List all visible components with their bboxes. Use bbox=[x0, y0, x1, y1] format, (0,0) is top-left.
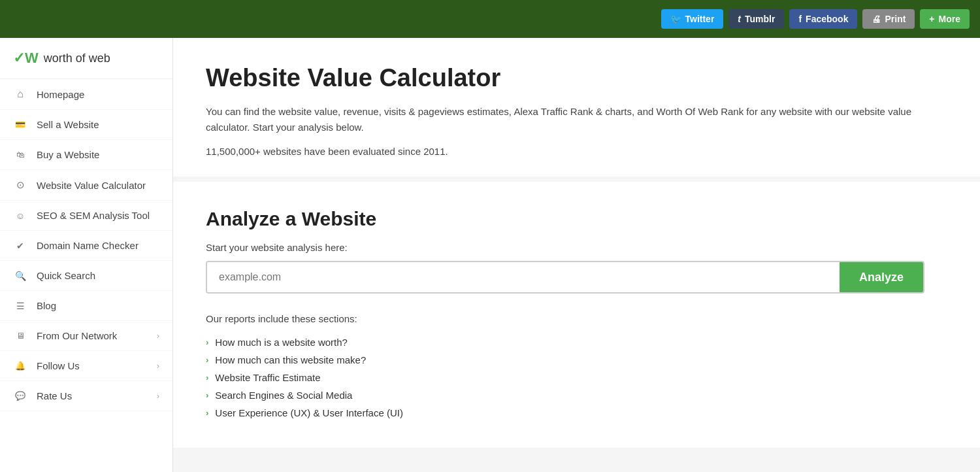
chevron-right-icon: › bbox=[157, 331, 159, 341]
tumblr-button[interactable]: t Tumblr bbox=[728, 9, 784, 29]
plus-icon: + bbox=[929, 14, 934, 24]
sidebar-item-buy-website[interactable]: 🛍 Buy a Website bbox=[0, 140, 172, 170]
analyze-button[interactable]: Analyze bbox=[840, 262, 923, 292]
sidebar-item-quick-search[interactable]: 🔍 Quick Search bbox=[0, 261, 172, 291]
print-button[interactable]: 🖨 Print bbox=[862, 9, 915, 29]
sidebar-item-website-value[interactable]: ⊙ Website Value Calculator bbox=[0, 170, 172, 201]
main-content: Website Value Calculator You can find th… bbox=[173, 38, 980, 472]
chevron-right-icon: › bbox=[206, 355, 208, 365]
tumblr-icon: t bbox=[738, 14, 741, 24]
sidebar-item-label: Quick Search bbox=[37, 270, 159, 281]
rate-icon: 💬 bbox=[13, 391, 27, 401]
sidebar-item-label: Website Value Calculator bbox=[37, 180, 159, 191]
network-icon: 🖥 bbox=[13, 331, 27, 341]
print-icon: 🖨 bbox=[872, 14, 881, 24]
sidebar-item-domain-checker[interactable]: ✔ Domain Name Checker bbox=[0, 231, 172, 261]
sidebar-item-label: Blog bbox=[37, 300, 159, 311]
list-item: › Website Traffic Estimate bbox=[206, 369, 947, 386]
hero-description: You can find the website value, revenue,… bbox=[206, 104, 924, 135]
sidebar-item-homepage[interactable]: ⌂ Homepage bbox=[0, 79, 172, 110]
tumblr-label: Tumblr bbox=[745, 14, 775, 24]
sidebar-item-label: Rate Us bbox=[37, 390, 148, 401]
chevron-right-icon: › bbox=[157, 361, 159, 371]
facebook-label: Facebook bbox=[806, 14, 848, 24]
chevron-right-icon: › bbox=[206, 337, 208, 347]
report-list: › How much is a website worth? › How muc… bbox=[206, 333, 947, 422]
analyze-section: Analyze a Website Start your website ana… bbox=[173, 182, 980, 448]
twitter-button[interactable]: 🐦 Twitter bbox=[661, 9, 724, 29]
facebook-icon: f bbox=[798, 14, 802, 24]
chevron-right-icon: › bbox=[157, 391, 159, 401]
list-item: › How much is a website worth? bbox=[206, 333, 947, 351]
analyze-title: Analyze a Website bbox=[206, 208, 947, 230]
start-label: Start your website analysis here: bbox=[206, 242, 947, 253]
search-icon: 🔍 bbox=[13, 271, 27, 281]
sidebar-item-label: Follow Us bbox=[37, 360, 148, 371]
domain-icon: ✔ bbox=[13, 241, 27, 251]
buy-icon: 🛍 bbox=[13, 150, 27, 160]
sidebar-item-label: Sell a Website bbox=[37, 119, 159, 130]
chevron-right-icon: › bbox=[206, 390, 208, 400]
print-label: Print bbox=[885, 14, 906, 24]
reports-label: Our reports include these sections: bbox=[206, 313, 947, 324]
sidebar-item-label: Homepage bbox=[37, 89, 159, 100]
stats-text: 11,500,000+ websites have been evaluated… bbox=[206, 146, 947, 157]
blog-icon: ☰ bbox=[13, 301, 27, 311]
sidebar-item-from-network[interactable]: 🖥 From Our Network › bbox=[0, 321, 172, 351]
sidebar-item-sell-website[interactable]: 💳 Sell a Website bbox=[0, 110, 172, 140]
twitter-icon: 🐦 bbox=[670, 14, 681, 24]
sidebar-item-label: SEO & SEM Analysis Tool bbox=[37, 210, 159, 221]
more-label: More bbox=[939, 14, 960, 24]
chevron-right-icon: › bbox=[206, 373, 208, 382]
list-item: › User Experience (UX) & User Interface … bbox=[206, 404, 947, 422]
twitter-label: Twitter bbox=[685, 14, 715, 24]
sidebar-item-rate-us[interactable]: 💬 Rate Us › bbox=[0, 381, 172, 411]
sidebar-item-follow-us[interactable]: 🔔 Follow Us › bbox=[0, 351, 172, 381]
layout: ✓W worth of web ⌂ Homepage 💳 Sell a Webs… bbox=[0, 38, 980, 472]
sidebar-item-label: From Our Network bbox=[37, 330, 148, 341]
logo-text: worth of web bbox=[44, 52, 110, 65]
list-item: › Search Engines & Social Media bbox=[206, 386, 947, 404]
list-item: › How much can this website make? bbox=[206, 351, 947, 369]
logo-icon: ✓W bbox=[13, 50, 39, 67]
page-title: Website Value Calculator bbox=[206, 64, 947, 92]
analyze-search-row: Analyze bbox=[206, 261, 924, 294]
website-input[interactable] bbox=[207, 262, 840, 292]
sidebar-item-seo-sem[interactable]: ☺ SEO & SEM Analysis Tool bbox=[0, 201, 172, 231]
bell-icon: 🔔 bbox=[13, 361, 27, 371]
home-icon: ⌂ bbox=[13, 88, 27, 100]
facebook-button[interactable]: f Facebook bbox=[789, 9, 857, 29]
logo-area: ✓W worth of web bbox=[0, 38, 172, 79]
seo-icon: ☺ bbox=[13, 211, 27, 221]
topbar: 🐦 Twitter t Tumblr f Facebook 🖨 Print + … bbox=[0, 0, 980, 38]
more-button[interactable]: + More bbox=[920, 9, 970, 29]
hero-section: Website Value Calculator You can find th… bbox=[173, 38, 980, 177]
calculator-icon: ⊙ bbox=[13, 179, 27, 191]
sidebar: ✓W worth of web ⌂ Homepage 💳 Sell a Webs… bbox=[0, 38, 173, 472]
sidebar-item-blog[interactable]: ☰ Blog bbox=[0, 291, 172, 321]
sidebar-item-label: Domain Name Checker bbox=[37, 240, 159, 251]
chevron-right-icon: › bbox=[206, 408, 208, 418]
sell-icon: 💳 bbox=[13, 120, 27, 129]
sidebar-item-label: Buy a Website bbox=[37, 149, 159, 160]
